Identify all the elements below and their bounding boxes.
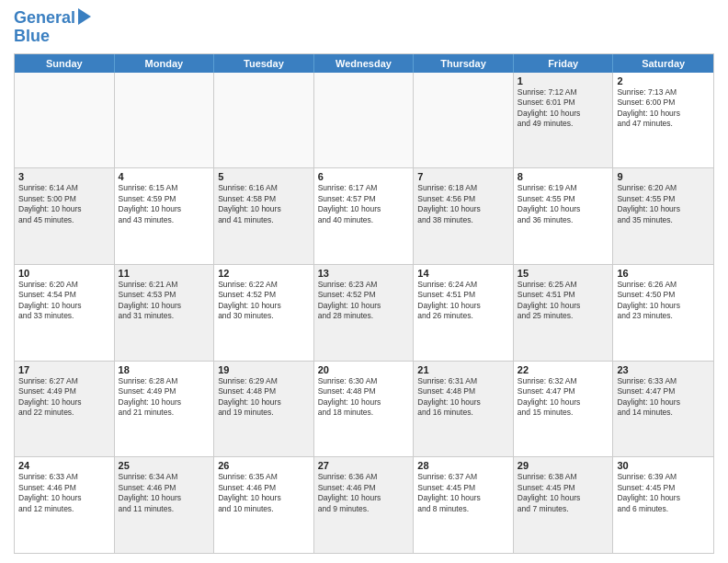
day-number: 2 (617, 75, 710, 86)
logo-text2: Blue (14, 28, 91, 46)
day-number: 3 (18, 171, 110, 182)
day-number: 15 (518, 268, 609, 279)
day-info: Sunrise: 6:35 AM Sunset: 4:46 PM Dayligh… (218, 472, 310, 514)
day-number: 16 (617, 268, 710, 279)
header-day-saturday: Saturday (613, 54, 713, 73)
day-cell-22: 22Sunrise: 6:32 AM Sunset: 4:47 PM Dayli… (514, 362, 614, 457)
header-day-friday: Friday (514, 54, 614, 73)
day-cell-15: 15Sunrise: 6:25 AM Sunset: 4:51 PM Dayli… (514, 265, 614, 361)
day-info: Sunrise: 6:38 AM Sunset: 4:45 PM Dayligh… (518, 472, 609, 514)
day-info: Sunrise: 6:31 AM Sunset: 4:48 PM Dayligh… (417, 376, 509, 419)
day-info: Sunrise: 6:39 AM Sunset: 4:45 PM Dayligh… (617, 472, 710, 514)
day-info: Sunrise: 6:34 AM Sunset: 4:46 PM Dayligh… (119, 472, 210, 514)
calendar-row-2: 10Sunrise: 6:20 AM Sunset: 4:54 PM Dayli… (15, 265, 713, 362)
day-cell-3: 3Sunrise: 6:14 AM Sunset: 5:00 PM Daylig… (15, 168, 115, 264)
empty-cell (214, 73, 314, 168)
day-info: Sunrise: 6:14 AM Sunset: 5:00 PM Dayligh… (18, 183, 110, 225)
calendar-body: 1Sunrise: 7:12 AM Sunset: 6:01 PM Daylig… (15, 73, 713, 553)
day-info: Sunrise: 6:36 AM Sunset: 4:46 PM Dayligh… (318, 472, 410, 514)
day-info: Sunrise: 7:12 AM Sunset: 6:01 PM Dayligh… (518, 87, 609, 130)
day-number: 29 (518, 460, 609, 471)
day-info: Sunrise: 6:32 AM Sunset: 4:47 PM Dayligh… (518, 376, 609, 419)
day-info: Sunrise: 6:26 AM Sunset: 4:50 PM Dayligh… (617, 280, 710, 322)
day-cell-6: 6Sunrise: 6:17 AM Sunset: 4:57 PM Daylig… (314, 168, 415, 264)
logo: General Blue (14, 9, 91, 46)
day-info: Sunrise: 6:17 AM Sunset: 4:57 PM Dayligh… (318, 183, 410, 225)
day-info: Sunrise: 6:27 AM Sunset: 4:49 PM Dayligh… (18, 376, 110, 419)
day-info: Sunrise: 6:22 AM Sunset: 4:52 PM Dayligh… (218, 280, 310, 322)
day-cell-14: 14Sunrise: 6:24 AM Sunset: 4:51 PM Dayli… (414, 265, 514, 361)
day-info: Sunrise: 6:33 AM Sunset: 4:46 PM Dayligh… (18, 472, 110, 514)
day-number: 1 (518, 75, 609, 86)
day-number: 5 (218, 171, 310, 182)
page-header: General Blue (14, 9, 714, 46)
header-day-sunday: Sunday (15, 54, 115, 73)
day-number: 21 (417, 364, 509, 375)
day-number: 24 (18, 460, 110, 471)
day-info: Sunrise: 6:15 AM Sunset: 4:59 PM Dayligh… (119, 183, 210, 225)
header-day-tuesday: Tuesday (214, 54, 314, 73)
day-cell-30: 30Sunrise: 6:39 AM Sunset: 4:45 PM Dayli… (613, 457, 713, 553)
day-cell-26: 26Sunrise: 6:35 AM Sunset: 4:46 PM Dayli… (214, 457, 314, 553)
day-number: 25 (119, 460, 210, 471)
day-number: 23 (617, 364, 710, 375)
day-info: Sunrise: 6:33 AM Sunset: 4:47 PM Dayligh… (617, 376, 710, 419)
day-number: 19 (218, 364, 310, 375)
day-number: 11 (119, 268, 210, 279)
day-cell-19: 19Sunrise: 6:29 AM Sunset: 4:48 PM Dayli… (214, 362, 314, 457)
calendar-row-0: 1Sunrise: 7:12 AM Sunset: 6:01 PM Daylig… (15, 73, 713, 169)
day-number: 13 (318, 268, 410, 279)
calendar-row-1: 3Sunrise: 6:14 AM Sunset: 5:00 PM Daylig… (15, 168, 713, 265)
calendar: SundayMondayTuesdayWednesdayThursdayFrid… (14, 53, 714, 554)
day-number: 22 (518, 364, 609, 375)
day-number: 10 (18, 268, 110, 279)
header-day-thursday: Thursday (414, 54, 514, 73)
day-cell-2: 2Sunrise: 7:13 AM Sunset: 6:00 PM Daylig… (613, 73, 713, 168)
day-cell-13: 13Sunrise: 6:23 AM Sunset: 4:52 PM Dayli… (314, 265, 415, 361)
calendar-row-3: 17Sunrise: 6:27 AM Sunset: 4:49 PM Dayli… (15, 362, 713, 458)
day-info: Sunrise: 6:21 AM Sunset: 4:53 PM Dayligh… (119, 280, 210, 322)
day-number: 4 (119, 171, 210, 182)
day-info: Sunrise: 6:20 AM Sunset: 4:55 PM Dayligh… (617, 183, 710, 225)
day-number: 9 (617, 171, 710, 182)
day-cell-5: 5Sunrise: 6:16 AM Sunset: 4:58 PM Daylig… (214, 168, 314, 264)
day-cell-8: 8Sunrise: 6:19 AM Sunset: 4:55 PM Daylig… (514, 168, 614, 264)
empty-cell (15, 73, 115, 168)
empty-cell (115, 73, 215, 168)
day-info: Sunrise: 6:23 AM Sunset: 4:52 PM Dayligh… (318, 280, 410, 322)
day-cell-10: 10Sunrise: 6:20 AM Sunset: 4:54 PM Dayli… (15, 265, 115, 361)
day-cell-23: 23Sunrise: 6:33 AM Sunset: 4:47 PM Dayli… (613, 362, 713, 457)
day-cell-27: 27Sunrise: 6:36 AM Sunset: 4:46 PM Dayli… (314, 457, 415, 553)
day-cell-16: 16Sunrise: 6:26 AM Sunset: 4:50 PM Dayli… (613, 265, 713, 361)
page: General Blue SundayMondayTuesdayWednesda… (0, 0, 728, 563)
empty-cell (314, 73, 415, 168)
day-info: Sunrise: 6:37 AM Sunset: 4:45 PM Dayligh… (417, 472, 509, 514)
day-cell-28: 28Sunrise: 6:37 AM Sunset: 4:45 PM Dayli… (414, 457, 514, 553)
day-info: Sunrise: 6:18 AM Sunset: 4:56 PM Dayligh… (417, 183, 509, 225)
calendar-row-4: 24Sunrise: 6:33 AM Sunset: 4:46 PM Dayli… (15, 457, 713, 553)
day-info: Sunrise: 6:16 AM Sunset: 4:58 PM Dayligh… (218, 183, 310, 225)
day-cell-11: 11Sunrise: 6:21 AM Sunset: 4:53 PM Dayli… (115, 265, 215, 361)
day-cell-29: 29Sunrise: 6:38 AM Sunset: 4:45 PM Dayli… (514, 457, 614, 553)
day-number: 7 (417, 171, 509, 182)
day-number: 18 (119, 364, 210, 375)
day-cell-12: 12Sunrise: 6:22 AM Sunset: 4:52 PM Dayli… (214, 265, 314, 361)
day-cell-25: 25Sunrise: 6:34 AM Sunset: 4:46 PM Dayli… (115, 457, 215, 553)
day-info: Sunrise: 7:13 AM Sunset: 6:00 PM Dayligh… (617, 87, 710, 130)
day-cell-7: 7Sunrise: 6:18 AM Sunset: 4:56 PM Daylig… (414, 168, 514, 264)
day-number: 14 (417, 268, 509, 279)
day-cell-4: 4Sunrise: 6:15 AM Sunset: 4:59 PM Daylig… (115, 168, 215, 264)
day-number: 27 (318, 460, 410, 471)
calendar-header: SundayMondayTuesdayWednesdayThursdayFrid… (15, 54, 713, 73)
logo-text: General (14, 9, 75, 28)
day-cell-9: 9Sunrise: 6:20 AM Sunset: 4:55 PM Daylig… (613, 168, 713, 264)
day-number: 28 (417, 460, 509, 471)
day-number: 17 (18, 364, 110, 375)
day-info: Sunrise: 6:24 AM Sunset: 4:51 PM Dayligh… (417, 280, 509, 322)
day-number: 30 (617, 460, 710, 471)
logo-arrow-icon (78, 8, 91, 25)
day-number: 12 (218, 268, 310, 279)
day-info: Sunrise: 6:20 AM Sunset: 4:54 PM Dayligh… (18, 280, 110, 322)
day-cell-1: 1Sunrise: 7:12 AM Sunset: 6:01 PM Daylig… (514, 73, 614, 168)
day-cell-24: 24Sunrise: 6:33 AM Sunset: 4:46 PM Dayli… (15, 457, 115, 553)
